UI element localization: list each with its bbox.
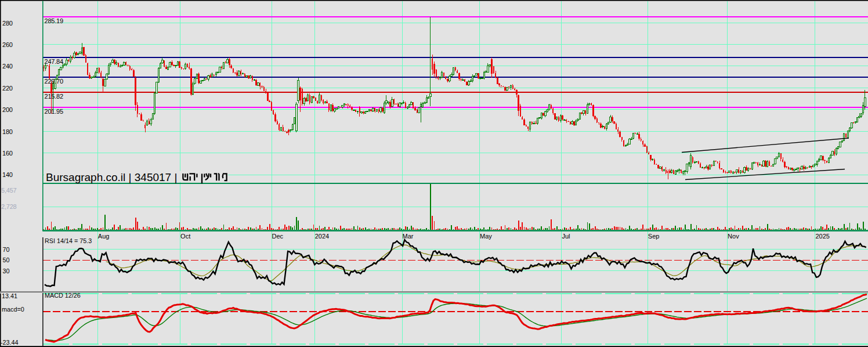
svg-text:247.84: 247.84 — [45, 58, 64, 65]
svg-text:201.95: 201.95 — [45, 108, 64, 115]
svg-text:MACD 12/26: MACD 12/26 — [45, 292, 81, 299]
svg-text:RSI 14/14 = 75.3: RSI 14/14 = 75.3 — [45, 237, 92, 244]
svg-text:2025: 2025 — [815, 233, 829, 240]
svg-text:5,457: 5,457 — [1, 187, 17, 194]
svg-text:160: 160 — [2, 150, 13, 157]
svg-text:Mar: Mar — [403, 233, 414, 240]
svg-text:Sep: Sep — [648, 233, 660, 240]
svg-text:Bursagraph.co.il | 345017 |: Bursagraph.co.il | 345017 | — [46, 171, 177, 183]
svg-text:Dec: Dec — [272, 233, 284, 240]
svg-text:2024: 2024 — [315, 233, 329, 240]
svg-text:-23.44: -23.44 — [1, 339, 19, 346]
svg-text:Nov: Nov — [728, 233, 739, 240]
svg-text:220: 220 — [2, 85, 13, 92]
svg-text:2,728: 2,728 — [1, 203, 17, 210]
svg-text:215.82: 215.82 — [45, 93, 64, 100]
svg-text:285.19: 285.19 — [45, 17, 64, 24]
svg-text:180: 180 — [2, 128, 13, 135]
svg-text:50: 50 — [3, 256, 10, 263]
svg-text:macd=0: macd=0 — [2, 306, 24, 313]
svg-text:140: 140 — [2, 171, 13, 178]
svg-text:280: 280 — [2, 20, 13, 27]
svg-text:Jul: Jul — [562, 233, 570, 240]
svg-text:260: 260 — [2, 41, 13, 48]
svg-text:240: 240 — [2, 63, 13, 70]
svg-text:229.70: 229.70 — [45, 78, 64, 85]
svg-text:70: 70 — [3, 246, 10, 253]
svg-text:13.41: 13.41 — [2, 292, 17, 299]
svg-text:Oct: Oct — [180, 233, 190, 240]
svg-text:May: May — [480, 233, 492, 240]
svg-text:200: 200 — [2, 106, 13, 113]
svg-text:30: 30 — [3, 268, 10, 274]
svg-text:Aug: Aug — [98, 233, 110, 240]
